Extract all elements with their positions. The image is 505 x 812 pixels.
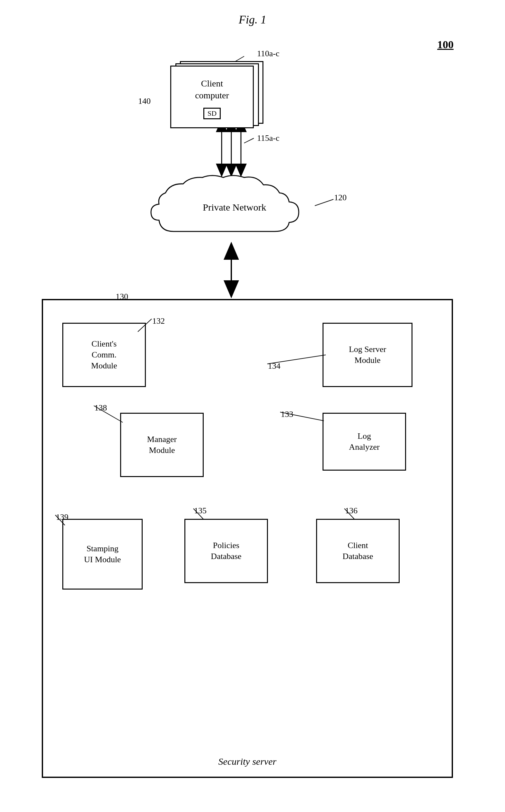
- label-115: 115a-c: [257, 133, 280, 143]
- diagram: Fig. 1 100 110a-c Client computer SD 140…: [0, 0, 505, 812]
- log-analyzer-text: LogAnalyzer: [349, 431, 379, 452]
- sd-box: SD: [203, 108, 221, 119]
- log-analyzer-box: LogAnalyzer: [323, 413, 406, 470]
- manager-module-text: ManagerModule: [147, 434, 177, 456]
- svg-line-9: [244, 138, 254, 143]
- label-120: 120: [334, 193, 347, 202]
- log-server-module-box: Log ServerModule: [323, 323, 412, 387]
- label-110: 110a-c: [257, 49, 280, 58]
- label-132: 132: [152, 316, 165, 326]
- svg-text:Private Network: Private Network: [203, 202, 266, 213]
- clients-comm-module-text: Client'sComm.Module: [91, 339, 117, 371]
- label-135: 135: [194, 506, 206, 516]
- cloud-svg: Private Network: [141, 170, 328, 248]
- policies-database-box: PoliciesDatabase: [184, 519, 268, 583]
- label-136: 136: [345, 506, 358, 516]
- client-computer-text: Client computer: [195, 78, 229, 101]
- stamping-ui-module-text: StampingUI Module: [84, 543, 121, 565]
- label-139: 139: [56, 512, 68, 522]
- diagram-ref-100: 100: [437, 38, 454, 51]
- security-server-box: Client'sComm.Module 132 Log ServerModule…: [42, 299, 453, 778]
- label-140: 140: [138, 97, 151, 106]
- security-server-label: Security server: [218, 756, 277, 767]
- figure-title: Fig. 1: [239, 13, 266, 26]
- policies-database-text: PoliciesDatabase: [211, 540, 241, 562]
- client-database-text: ClientDatabase: [342, 540, 373, 562]
- clients-comm-module-box: Client'sComm.Module: [62, 323, 146, 387]
- client-database-box: ClientDatabase: [316, 519, 400, 583]
- log-server-module-text: Log ServerModule: [349, 344, 386, 366]
- label-138: 138: [95, 403, 107, 413]
- client-computer-box: Client computer SD: [170, 65, 254, 128]
- manager-module-box: ManagerModule: [120, 413, 204, 477]
- label-134: 134: [268, 361, 281, 371]
- stamping-ui-module-box: StampingUI Module: [62, 519, 143, 589]
- cloud-container: Private Network: [141, 170, 328, 249]
- label-133: 133: [281, 410, 293, 419]
